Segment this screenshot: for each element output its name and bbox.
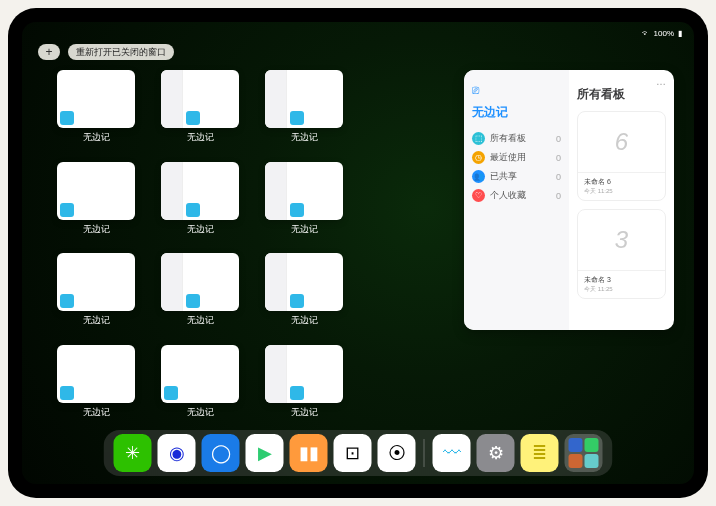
dock-app-share[interactable]: ⦿ (378, 434, 416, 472)
plus-icon: + (45, 45, 52, 59)
window-thumb[interactable]: 无边记 (258, 162, 350, 244)
window-thumb[interactable]: 无边记 (50, 345, 142, 427)
dock-app-settings[interactable]: ⚙ (477, 434, 515, 472)
board-name: 未命名 6 (584, 177, 659, 187)
reopen-closed-window-button[interactable]: 重新打开已关闭的窗口 (68, 44, 174, 60)
category-count: 0 (556, 134, 561, 144)
thumb-preview (161, 162, 239, 220)
thumb-preview (265, 345, 343, 403)
panel-left: ⎚ 无边记 ⬚所有看板0◷最近使用0👥已共享0♡个人收藏0 (464, 70, 569, 330)
thumb-label: 无边记 (83, 223, 110, 236)
window-thumb[interactable]: 无边记 (154, 253, 246, 335)
thumb-label: 无边记 (291, 406, 318, 419)
freeform-sidebar-panel[interactable]: … ⎚ 无边记 ⬚所有看板0◷最近使用0👥已共享0♡个人收藏0 所有看板 6未命… (464, 70, 674, 330)
thumb-preview (57, 162, 135, 220)
board-date: 今天 11:25 (584, 285, 659, 294)
window-thumb[interactable]: 无边记 (258, 70, 350, 152)
window-thumb[interactable]: 无边记 (154, 162, 246, 244)
window-thumb[interactable]: 无边记 (154, 70, 246, 152)
category-icon: ⬚ (472, 132, 485, 145)
status-bar: ᯤ 100% ▮ (22, 26, 694, 40)
top-bar: + 重新打开已关闭的窗口 (38, 44, 174, 60)
thumb-label: 无边记 (291, 223, 318, 236)
thumb-preview (161, 253, 239, 311)
category-icon: ◷ (472, 151, 485, 164)
dock-app-notes[interactable]: ≣ (521, 434, 559, 472)
board-date: 今天 11:25 (584, 187, 659, 196)
thumb-label: 无边记 (291, 131, 318, 144)
category-label: 已共享 (490, 170, 517, 183)
board-name: 未命名 3 (584, 275, 659, 285)
thumb-label: 无边记 (83, 406, 110, 419)
dock-app-quark-hd[interactable]: ◉ (158, 434, 196, 472)
board-card[interactable]: 6未命名 6今天 11:25 (577, 111, 666, 201)
window-thumb[interactable]: 无边记 (258, 345, 350, 427)
dock-app-library[interactable] (565, 434, 603, 472)
sidebar-icon[interactable]: ⎚ (472, 83, 479, 97)
dock-app-books[interactable]: ▮▮ (290, 434, 328, 472)
thumb-preview (57, 253, 135, 311)
category-item[interactable]: ⬚所有看板0 (472, 129, 561, 148)
dock-app-freeform[interactable]: 〰 (433, 434, 471, 472)
battery-icon: ▮ (678, 29, 682, 38)
screen: ᯤ 100% ▮ + 重新打开已关闭的窗口 无边记无边记无边记无边记无边记无边记… (22, 22, 694, 484)
wifi-icon: ᯤ (642, 29, 650, 38)
category-item[interactable]: ◷最近使用0 (472, 148, 561, 167)
more-icon[interactable]: … (656, 76, 666, 87)
thumb-preview (57, 70, 135, 128)
category-count: 0 (556, 191, 561, 201)
window-grid: 无边记无边记无边记无边记无边记无边记无边记无边记无边记无边记无边记无边记 (50, 70, 464, 426)
dock-app-cube[interactable]: ⊡ (334, 434, 372, 472)
window-thumb[interactable]: 无边记 (154, 345, 246, 427)
category-count: 0 (556, 153, 561, 163)
dock-app-wechat[interactable]: ✳ (114, 434, 152, 472)
category-count: 0 (556, 172, 561, 182)
category-item[interactable]: 👥已共享0 (472, 167, 561, 186)
dock-app-quark[interactable]: ◯ (202, 434, 240, 472)
thumb-label: 无边记 (83, 314, 110, 327)
ipad-frame: ᯤ 100% ▮ + 重新打开已关闭的窗口 无边记无边记无边记无边记无边记无边记… (8, 8, 708, 498)
category-item[interactable]: ♡个人收藏0 (472, 186, 561, 205)
thumb-preview (265, 162, 343, 220)
thumb-label: 无边记 (187, 131, 214, 144)
board-preview: 6 (578, 112, 665, 172)
new-tab-button[interactable]: + (38, 44, 60, 60)
board-card[interactable]: 3未命名 3今天 11:25 (577, 209, 666, 299)
thumb-preview (161, 345, 239, 403)
dock: ✳◉◯▶▮▮⊡⦿〰⚙≣ (104, 430, 613, 476)
category-label: 所有看板 (490, 132, 526, 145)
thumb-preview (265, 70, 343, 128)
panel-title-right: 所有看板 (577, 86, 666, 103)
window-thumb[interactable]: 无边记 (50, 162, 142, 244)
thumb-label: 无边记 (187, 223, 214, 236)
content-area: 无边记无边记无边记无边记无边记无边记无边记无边记无边记无边记无边记无边记 … ⎚… (50, 70, 674, 426)
window-thumb[interactable]: 无边记 (258, 253, 350, 335)
dock-app-video[interactable]: ▶ (246, 434, 284, 472)
battery-label: 100% (654, 29, 674, 38)
category-icon: 👥 (472, 170, 485, 183)
category-label: 个人收藏 (490, 189, 526, 202)
thumb-label: 无边记 (187, 314, 214, 327)
category-icon: ♡ (472, 189, 485, 202)
board-preview: 3 (578, 210, 665, 270)
thumb-preview (57, 345, 135, 403)
thumb-label: 无边记 (291, 314, 318, 327)
reopen-label: 重新打开已关闭的窗口 (76, 46, 166, 59)
window-thumb[interactable]: 无边记 (50, 253, 142, 335)
panel-title-left: 无边记 (472, 104, 561, 121)
panel-right: 所有看板 6未命名 6今天 11:253未命名 3今天 11:25 (569, 70, 674, 330)
thumb-label: 无边记 (83, 131, 110, 144)
thumb-preview (265, 253, 343, 311)
window-thumb[interactable]: 无边记 (50, 70, 142, 152)
thumb-preview (161, 70, 239, 128)
category-label: 最近使用 (490, 151, 526, 164)
dock-separator (424, 439, 425, 467)
thumb-label: 无边记 (187, 406, 214, 419)
